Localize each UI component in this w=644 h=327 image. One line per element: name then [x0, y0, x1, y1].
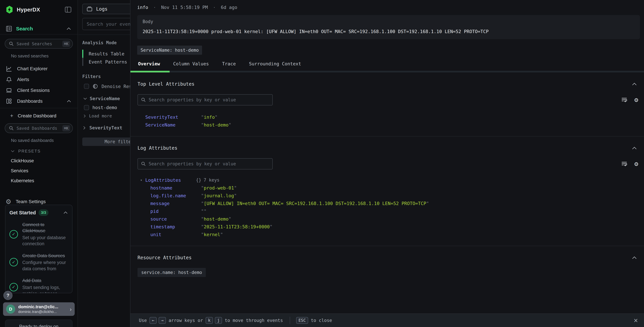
top-level-search-field[interactable]	[149, 97, 269, 102]
attribute-value[interactable]	[201, 208, 206, 214]
log-attributes-search[interactable]	[138, 158, 273, 170]
attribute-value[interactable]: journal.log	[201, 193, 237, 198]
attribute-value[interactable]: host-demo	[201, 122, 231, 128]
saved-dashboards-field[interactable]	[16, 126, 62, 131]
attribute-key[interactable]: ServiceName	[145, 122, 201, 128]
logo-row: HyperDX	[0, 0, 78, 14]
tab-surrounding-context[interactable]: Surrounding Context	[249, 61, 301, 66]
saved-searches-field[interactable]	[16, 42, 62, 46]
help-button[interactable]: ?	[4, 291, 12, 300]
preset-services[interactable]: Services	[11, 168, 78, 174]
footer-text: to close	[311, 318, 332, 323]
chevron-up-icon[interactable]	[66, 27, 72, 30]
wrap-lines-icon[interactable]	[621, 97, 628, 103]
denoise-icon	[92, 84, 98, 89]
sidebar-item-alerts[interactable]: Alerts	[0, 74, 78, 85]
sidebar-section-search[interactable]: Search	[0, 23, 78, 34]
attribute-key[interactable]: message	[150, 201, 201, 206]
deploy-banner[interactable]: Ready to deploy on	[5, 320, 72, 327]
denoise-checkbox[interactable]	[84, 84, 89, 89]
check-circle-icon: ✓	[10, 283, 18, 291]
gear-icon[interactable]: ⚙	[634, 160, 638, 168]
attribute-key[interactable]: unit	[150, 232, 201, 237]
step-desc: Start sending logs, metrics, or traces	[22, 284, 68, 294]
saved-dashboards-input[interactable]: ⌘K	[5, 123, 73, 133]
resource-service-name-tag[interactable]: service.name: host-demo	[138, 268, 206, 277]
attribute-key[interactable]: timestamp	[150, 224, 201, 229]
top-level-search[interactable]	[138, 94, 273, 106]
attribute-value[interactable]: info	[201, 114, 218, 120]
get-started-step-connect[interactable]: ✓ Connect to ClickHouse Set up your data…	[10, 222, 68, 247]
log-body-text[interactable]: 2025-11-11T23:58:19+0000 prod-web-01 ker…	[142, 29, 634, 34]
log-attributes-root-row[interactable]: ▾ LogAttributes {}7 keys	[130, 176, 644, 184]
hyperdx-logo-icon	[6, 6, 13, 14]
saved-searches-input[interactable]: ⌘K	[5, 39, 73, 49]
attribute-value[interactable]: host-demo	[201, 216, 231, 222]
attribute-value[interactable]: prod-web-01	[201, 185, 237, 190]
esc-keycap: ESC	[296, 317, 308, 324]
attribute-key[interactable]: hostname	[150, 185, 201, 190]
attribute-key[interactable]: LogAttributes	[145, 178, 196, 183]
user-email: dominic.tran@clickho...	[18, 310, 70, 314]
preset-kubernetes[interactable]: Kubernetes	[11, 178, 78, 184]
collapse-section-icon[interactable]	[632, 146, 637, 150]
sidebar-item-chart-explorer[interactable]: Chart Explorer	[0, 63, 78, 74]
search-section-icon	[6, 25, 12, 32]
log-attributes-search-field[interactable]	[149, 161, 269, 166]
event-header: info · Nov 11 5:58:19 PM · 6d ago	[130, 0, 644, 10]
host-demo-label: host-demo	[92, 105, 117, 110]
step-title: Add Data	[22, 278, 42, 283]
service-name-tag[interactable]: ServiceName: host-demo	[137, 46, 202, 55]
arrow-left-keycap: ←	[150, 317, 156, 324]
chevron-up-icon[interactable]	[66, 100, 72, 103]
preset-clickhouse[interactable]: ClickHouse	[11, 158, 78, 164]
get-started-progress-badge: 3/3	[38, 210, 48, 216]
get-started-step-sources[interactable]: ✓ Create Data Sources Configure where yo…	[10, 253, 68, 272]
divider	[290, 317, 290, 324]
step-title: Create Data Sources	[22, 253, 65, 258]
gear-icon: ⚙	[6, 198, 11, 206]
collapse-section-icon[interactable]	[632, 82, 637, 86]
top-level-attributes-title: Top Level Attributes	[138, 81, 625, 87]
chevron-up-icon[interactable]	[63, 211, 68, 214]
sidebar-item-team-settings[interactable]: ⚙ Team Settings	[6, 198, 78, 206]
sidebar-item-client-sessions[interactable]: Client Sessions	[0, 85, 78, 96]
attribute-key[interactable]: pid	[150, 208, 201, 214]
create-dashboard-button[interactable]: + Create Dashboard	[10, 113, 78, 119]
footer-text: to move through events	[225, 318, 283, 323]
separator-dot: ·	[153, 5, 156, 10]
sidebar-item-label: Dashboards	[17, 98, 66, 104]
chevron-right-icon	[83, 126, 86, 130]
attribute-value[interactable]: [UFW ALLOW] IN=eth0 OUT= MAC= SRC=192.16…	[201, 201, 429, 206]
attribute-key[interactable]: log.file.name	[150, 193, 201, 198]
close-icon[interactable]: ×	[634, 317, 638, 324]
collapse-sidebar-icon[interactable]	[65, 6, 72, 13]
step-title: Connect to ClickHouse	[22, 222, 46, 233]
attribute-row: SeverityText info	[145, 113, 644, 121]
tab-overview[interactable]: Overview	[138, 61, 160, 66]
wrap-lines-icon[interactable]	[621, 161, 628, 167]
get-started-card: Get Started 3/3 ✓ Connect to ClickHouse …	[5, 205, 72, 293]
filter-group-label: SeverityText	[89, 125, 122, 130]
sidebar-nav: Chart Explorer Alerts Client Sessions Da…	[0, 63, 78, 106]
presets-toggle[interactable]: PRESETS	[10, 149, 78, 154]
no-saved-dashboards-text: No saved dashboards	[11, 138, 78, 143]
gear-icon[interactable]: ⚙	[634, 96, 638, 104]
attribute-value[interactable]: 2025-11-11T23:58:19+0000	[201, 224, 272, 229]
attribute-key[interactable]: SeverityText	[145, 114, 201, 120]
chevron-down-icon	[10, 150, 15, 152]
collapse-section-icon[interactable]	[632, 256, 637, 260]
collapse-triangle-icon[interactable]: ▾	[140, 178, 145, 182]
user-menu[interactable]: D dominic.tran@clic... dominic.tran@clic…	[3, 302, 75, 316]
sidebar-item-dashboards[interactable]: Dashboards	[0, 96, 78, 106]
event-tabs: Overview Column Values Trace Surrounding…	[130, 55, 644, 71]
footer-text: Use	[139, 318, 147, 323]
log-attributes-title: Log Attributes	[138, 145, 625, 151]
tab-column-values[interactable]: Column Values	[173, 61, 209, 66]
tab-trace[interactable]: Trace	[222, 61, 236, 66]
attribute-value[interactable]: kernel	[201, 232, 223, 237]
attribute-key[interactable]: source	[150, 216, 201, 222]
attribute-row: timestamp 2025-11-11T23:58:19+0000	[150, 223, 644, 230]
get-started-step-add-data[interactable]: ✓ Add Data Start sending logs, metrics, …	[10, 278, 68, 293]
host-demo-checkbox[interactable]	[84, 105, 89, 110]
